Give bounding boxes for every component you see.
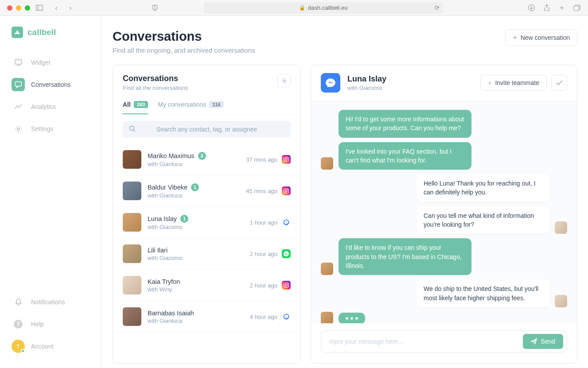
- svg-point-15: [285, 190, 288, 192]
- forward-icon[interactable]: ›: [66, 4, 74, 12]
- timestamp: 4 hour ago: [250, 314, 277, 320]
- tab-my-conversations[interactable]: My conversations 116: [158, 97, 223, 114]
- main-nav: Widget Conversations Analytics Settings: [0, 51, 101, 291]
- help-icon: ?: [12, 318, 25, 331]
- contact-name: Lili Ilari: [148, 247, 167, 254]
- maximize-window-icon[interactable]: [25, 5, 30, 11]
- nav-label: Widget: [31, 59, 51, 66]
- message-bubble: Hello Luna! Thank you for reaching out, …: [417, 174, 549, 202]
- message-bubble: Hi! I'd to get some more informations ab…: [339, 110, 471, 138]
- channel-avatar: [321, 73, 340, 93]
- message-row: I've looked into your FAQ section, but I…: [321, 142, 567, 170]
- contact-name: Luna Islay: [148, 215, 177, 222]
- timestamp: 2 hour ago: [250, 282, 277, 289]
- whatsapp-icon: [282, 249, 291, 258]
- message-input[interactable]: [329, 338, 523, 345]
- analytics-icon: [12, 100, 25, 113]
- tabs-icon[interactable]: [573, 4, 581, 12]
- new-conversation-button[interactable]: + New conversation: [505, 29, 577, 46]
- address-bar[interactable]: 🔒 dash.callbell.eu ⟳: [204, 2, 443, 14]
- message-avatar: [555, 221, 567, 234]
- close-window-icon[interactable]: [7, 5, 12, 11]
- sidebar: callbell Widget Conversations Analytics: [0, 16, 102, 368]
- logo-icon: [12, 27, 23, 38]
- send-button[interactable]: Send: [523, 334, 563, 349]
- assignee-label: with Winy: [148, 286, 244, 293]
- messages-area: Hi! I'd to get some more informations ab…: [311, 101, 577, 323]
- conversations-panel: Conversations Find all the conversations…: [113, 65, 301, 364]
- shield-icon[interactable]: [151, 4, 159, 12]
- sidebar-item-notifications[interactable]: Notifications: [12, 291, 90, 313]
- chat-assignee: with Giacomo: [347, 85, 386, 91]
- message-bubble: I've looked into your FAQ section, but I…: [339, 142, 471, 170]
- send-icon: [531, 338, 537, 345]
- user-avatar: T: [12, 340, 25, 353]
- tab-count-badge: 116: [209, 101, 223, 108]
- reload-icon[interactable]: ⟳: [435, 4, 440, 11]
- search-placeholder: Search any contact, tag, or assignee: [156, 126, 257, 133]
- contact-name: Mariko Maximus: [148, 152, 195, 159]
- instagram-icon: [282, 186, 291, 195]
- sidebar-item-conversations[interactable]: Conversations: [0, 74, 101, 96]
- message-bubble: Can you tell me what kind of information…: [417, 206, 549, 234]
- assignee-label: with Gianluca: [148, 161, 240, 167]
- conversation-item[interactable]: Lili Ilari with Giacomo 2 hour ago: [113, 238, 300, 270]
- svg-point-7: [17, 128, 19, 130]
- nav-label: Analytics: [31, 103, 56, 110]
- message-row: We do ship to the United States, but you…: [321, 279, 567, 307]
- instagram-icon: [282, 155, 291, 164]
- sidebar-item-widget[interactable]: Widget: [0, 51, 101, 74]
- minimize-window-icon[interactable]: [16, 5, 21, 11]
- panel-settings-button[interactable]: [277, 74, 291, 87]
- message-row: Hi! I'd to get some more informations ab…: [321, 110, 567, 138]
- assignee-label: with Giacomo: [148, 224, 244, 230]
- svg-rect-6: [15, 82, 21, 86]
- assignee-label: with Gianluca: [148, 318, 244, 324]
- gear-icon: [12, 122, 25, 136]
- messenger-icon: [282, 312, 291, 321]
- new-tab-icon[interactable]: +: [558, 4, 566, 12]
- sidebar-item-help[interactable]: ? Help: [12, 313, 90, 335]
- message-avatar: [555, 295, 567, 307]
- nav-label: Settings: [31, 125, 54, 132]
- send-label: Send: [541, 338, 555, 345]
- sidebar-item-analytics[interactable]: Analytics: [0, 96, 101, 118]
- tab-all[interactable]: All 243: [123, 97, 148, 114]
- svg-point-12: [285, 159, 288, 161]
- nav-label: Account: [31, 343, 54, 350]
- typing-indicator-row: [321, 312, 567, 323]
- logo[interactable]: callbell: [0, 27, 101, 51]
- message-row: I'd like to know if you can ship your pr…: [321, 238, 567, 275]
- svg-point-16: [287, 189, 288, 190]
- page-subtitle: Find all the ongoing, and archived conve…: [113, 46, 255, 54]
- nav-label: Help: [31, 321, 44, 328]
- sidebar-toggle-icon[interactable]: [35, 4, 43, 12]
- conversation-item[interactable]: Baldur Vibeke 1 with Gianluca 45 mins ag…: [113, 175, 300, 207]
- chat-contact-name: Luna Islay: [347, 74, 386, 84]
- conversation-item[interactable]: Barnabas Isaiah with Gianluca 4 hour ago: [113, 301, 300, 333]
- unread-badge: 3: [198, 152, 206, 160]
- search-icon: [129, 125, 136, 133]
- conversation-item[interactable]: Luna Islay 1 with Giacomo 1 hour ago: [113, 207, 300, 238]
- typing-indicator: [339, 313, 365, 323]
- conversation-item[interactable]: Mariko Maximus 3 with Gianluca 37 mins a…: [113, 144, 300, 175]
- sidebar-item-settings[interactable]: Settings: [0, 118, 101, 140]
- share-icon[interactable]: [543, 4, 551, 12]
- url-text: dash.callbell.eu: [308, 4, 348, 11]
- timestamp: 37 mins ago: [246, 156, 277, 163]
- timestamp: 1 hour ago: [250, 219, 277, 226]
- back-icon[interactable]: ‹: [52, 4, 60, 12]
- contact-avatar: [123, 244, 141, 263]
- sidebar-item-account[interactable]: T Account: [12, 335, 90, 357]
- contact-avatar: [123, 213, 141, 232]
- resolve-button[interactable]: [551, 75, 567, 91]
- invite-teammate-button[interactable]: + Invite teammate: [480, 75, 547, 91]
- unread-badge: 1: [180, 215, 188, 223]
- monitor-icon: [12, 56, 25, 69]
- message-avatar: [321, 157, 333, 170]
- downloads-icon[interactable]: [528, 4, 536, 12]
- timestamp: 45 mins ago: [246, 188, 277, 194]
- conversation-item[interactable]: Kaia Tryfon with Winy 2 hour ago: [113, 270, 300, 301]
- unread-badge: 1: [191, 183, 199, 191]
- search-input[interactable]: Search any contact, tag, or assignee: [123, 121, 291, 138]
